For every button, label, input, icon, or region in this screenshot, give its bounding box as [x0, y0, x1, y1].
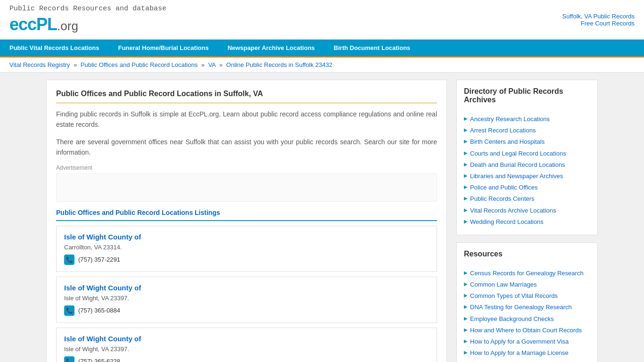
- logo-ecc: ecc: [9, 15, 36, 34]
- sidebar: Directory of Public Records Archives Anc…: [456, 80, 598, 362]
- list-item: Arrest Record Locations: [464, 125, 590, 136]
- logo-org: .org: [57, 19, 78, 33]
- top-right-links: Suffolk, VA Public Records Free Court Re…: [562, 13, 635, 27]
- intro-paragraph1: Finding public records in Suffolk is sim…: [56, 109, 437, 130]
- list-item: Census Records for Genealogy Research: [464, 268, 590, 279]
- dir-link-6[interactable]: Libraries and Newspaper Archives: [470, 172, 563, 181]
- listing-name-2[interactable]: Isle of Wight County of: [64, 284, 429, 292]
- breadcrumb-suffolk[interactable]: Online Public Records in Suffolk 23432: [226, 61, 332, 68]
- dir-link-8[interactable]: Public Records Centers: [470, 195, 535, 203]
- sidebar-directory: Directory of Public Records Archives Anc…: [456, 80, 598, 235]
- list-item: Libraries and Newspaper Archives: [464, 171, 590, 182]
- res-link-8[interactable]: How to Apply for a Marriage License: [470, 349, 569, 357]
- list-item: How and Where to Obtain Court Records: [464, 325, 590, 336]
- breadcrumb: Vital Records Registry » Public Offices …: [0, 58, 644, 73]
- list-item: Public Records Centers: [464, 193, 590, 205]
- dir-link-7[interactable]: Police and Public Offices: [470, 183, 538, 192]
- dir-link-9[interactable]: Vital Records Archive Locations: [470, 206, 556, 215]
- breadcrumb-sep2: »: [201, 61, 206, 68]
- logo-pl: PL: [36, 15, 57, 34]
- phone-icon-2: 📞: [64, 305, 74, 316]
- dir-link-1[interactable]: Ancestry Research Locations: [470, 115, 550, 123]
- breadcrumb-sep3: »: [219, 61, 224, 68]
- res-link-7[interactable]: How to Apply for a Government Visa: [470, 337, 569, 346]
- phone-icon-1: 📞: [64, 255, 74, 265]
- phone-number-1: (757) 357-2291: [78, 256, 120, 263]
- list-item: Common Law Marriages: [464, 279, 590, 290]
- logo-tagline: Public Records Resources and database: [9, 5, 166, 13]
- res-link-1[interactable]: Census Records for Genealogy Research: [470, 269, 584, 278]
- advertisement-label: Advertisement: [56, 165, 437, 171]
- nav-funeral[interactable]: Funeral Home/Burial Locations: [108, 40, 218, 56]
- dir-link-3[interactable]: Birth Centers and Hospitals: [470, 138, 545, 146]
- res-link-6[interactable]: How and Where to Obtain Court Records: [470, 326, 582, 335]
- dir-link-2[interactable]: Arrest Record Locations: [470, 126, 536, 135]
- list-item: Employee Background Checks: [464, 313, 590, 325]
- sidebar-resources-list: Census Records for Genealogy Research Co…: [464, 268, 590, 362]
- phone-number-3: (757) 365-6228: [78, 358, 120, 362]
- advertisement-area: Advertisement: [56, 165, 437, 202]
- page-title: Public Offices and Public Record Locatio…: [56, 90, 437, 103]
- listing-name-1[interactable]: Isle of Wight County of: [64, 233, 429, 241]
- res-link-4[interactable]: DNA Testing for Genealogy Research: [470, 303, 572, 312]
- listing-address-3: Isle of Wight, VA 23397.: [64, 346, 429, 353]
- suffolk-link[interactable]: Suffolk, VA Public Records: [562, 13, 635, 20]
- sidebar-resources: Resources Census Records for Genealogy R…: [456, 242, 598, 362]
- nav-birth-doc[interactable]: Birth Document Locations: [324, 40, 420, 56]
- nav-bar: Public Vital Records Locations Funeral H…: [0, 40, 644, 58]
- res-link-9[interactable]: How to Have a Police Record Expunged: [470, 360, 579, 362]
- listing-card: Isle of Wight County of Isle of Wight, V…: [56, 277, 437, 323]
- main-content: Public Offices and Public Record Locatio…: [46, 80, 447, 362]
- listing-phone-1: 📞 (757) 357-2291: [64, 255, 429, 265]
- list-item: Vital Records Archive Locations: [464, 205, 590, 216]
- dir-link-5[interactable]: Death and Burial Record Locations: [470, 161, 565, 169]
- breadcrumb-va[interactable]: VA: [208, 61, 216, 68]
- listing-name-3[interactable]: Isle of Wight County of: [64, 335, 429, 343]
- list-item: DNA Testing for Genealogy Research: [464, 302, 590, 313]
- ad-banner: [56, 173, 437, 202]
- phone-number-2: (757) 365-0884: [78, 307, 120, 314]
- sidebar-directory-list: Ancestry Research Locations Arrest Recor…: [464, 114, 590, 228]
- logo[interactable]: eccPL.org: [9, 15, 166, 34]
- logo-area: Public Records Resources and database ec…: [9, 5, 166, 34]
- list-item: How to Apply for a Government Visa: [464, 336, 590, 347]
- listing-address-1: Carrollton, VA 23314.: [64, 244, 429, 251]
- sidebar-directory-title: Directory of Public Records Archives: [464, 87, 590, 108]
- listing-address-2: Isle of Wight, VA 23397.: [64, 295, 429, 302]
- nav-newspaper[interactable]: Newspaper Archive Locations: [218, 40, 324, 56]
- list-item: Police and Public Offices: [464, 182, 590, 193]
- phone-icon-3: 📞: [64, 356, 74, 362]
- site-header: Public Records Resources and database ec…: [0, 0, 644, 40]
- sidebar-resources-title: Resources: [464, 250, 590, 262]
- list-item: How to Apply for a Marriage License: [464, 347, 590, 359]
- list-item: Common Types of Vital Records: [464, 290, 590, 302]
- free-court-link[interactable]: Free Court Records: [562, 20, 635, 27]
- breadcrumb-public-offices[interactable]: Public Offices and Public Record Locatio…: [81, 61, 198, 68]
- list-item: How to Have a Police Record Expunged: [464, 359, 590, 362]
- list-item: Ancestry Research Locations: [464, 114, 590, 125]
- breadcrumb-sep1: »: [74, 61, 79, 68]
- res-link-2[interactable]: Common Law Marriages: [470, 280, 537, 289]
- listings-title: Public Offices and Public Record Locatio…: [56, 209, 437, 221]
- listing-card: Isle of Wight County of Carrollton, VA 2…: [56, 226, 437, 272]
- list-item: Wedding Record Locations: [464, 216, 590, 228]
- dir-link-10[interactable]: Wedding Record Locations: [470, 218, 544, 226]
- nav-vital-records[interactable]: Public Vital Records Locations: [0, 40, 108, 56]
- main-layout: Public Offices and Public Record Locatio…: [39, 80, 605, 362]
- intro-paragraph2: There are several government offices nea…: [56, 137, 437, 158]
- res-link-5[interactable]: Employee Background Checks: [470, 315, 554, 323]
- list-item: Courts and Legal Record Locations: [464, 148, 590, 159]
- breadcrumb-vital-registry[interactable]: Vital Records Registry: [9, 61, 70, 68]
- list-item: Death and Burial Record Locations: [464, 159, 590, 171]
- res-link-3[interactable]: Common Types of Vital Records: [470, 292, 558, 300]
- list-item: Birth Centers and Hospitals: [464, 136, 590, 148]
- listing-card: Isle of Wight County of Isle of Wight, V…: [56, 328, 437, 362]
- listing-phone-3: 📞 (757) 365-6228: [64, 356, 429, 362]
- listing-phone-2: 📞 (757) 365-0884: [64, 305, 429, 316]
- dir-link-4[interactable]: Courts and Legal Record Locations: [470, 149, 566, 158]
